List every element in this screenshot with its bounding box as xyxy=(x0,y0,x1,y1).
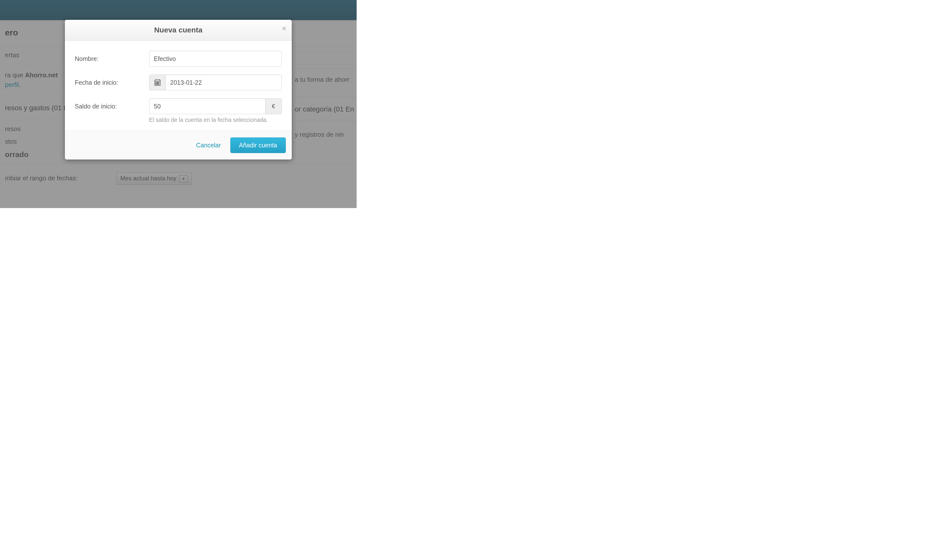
close-icon[interactable]: × xyxy=(282,25,286,32)
start-balance-help: El saldo de la cuenta en la fecha selecc… xyxy=(149,117,282,123)
modal-title: Nueva cuenta xyxy=(70,26,287,34)
currency-addon: € xyxy=(266,98,282,114)
start-date-label: Fecha de inicio: xyxy=(75,79,149,86)
modal-body: Nombre: Fecha de inicio: Saldo de inicio… xyxy=(65,41,292,131)
calendar-icon[interactable] xyxy=(149,75,165,91)
cancel-button[interactable]: Cancelar xyxy=(196,142,221,149)
modal-header: Nueva cuenta × xyxy=(65,20,292,41)
start-balance-input[interactable] xyxy=(149,98,266,114)
form-row-name: Nombre: xyxy=(75,51,282,67)
new-account-modal: Nueva cuenta × Nombre: Fecha de inicio: xyxy=(65,20,292,160)
name-label: Nombre: xyxy=(75,55,149,62)
start-balance-label: Saldo de inicio: xyxy=(75,103,149,110)
form-row-start-balance: Saldo de inicio: € xyxy=(75,98,282,114)
name-input[interactable] xyxy=(149,51,282,67)
modal-footer: Cancelar Añadir cuenta xyxy=(65,131,292,160)
form-row-start-date: Fecha de inicio: xyxy=(75,75,282,91)
start-date-input[interactable] xyxy=(165,75,282,91)
add-account-button[interactable]: Añadir cuenta xyxy=(230,137,286,153)
